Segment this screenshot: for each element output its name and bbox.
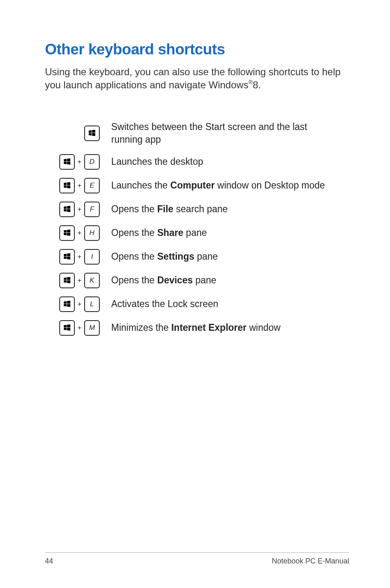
- letter-key: L: [84, 296, 100, 312]
- svg-marker-17: [67, 229, 70, 232]
- shortcut-description: Launches the desktop: [111, 150, 340, 174]
- desc-text-pre: Launches the: [111, 180, 170, 191]
- svg-marker-32: [64, 325, 67, 327]
- desc-text-pre: Opens the: [111, 275, 157, 285]
- svg-marker-0: [89, 130, 92, 132]
- svg-marker-23: [67, 256, 70, 259]
- desc-text-post: pane: [194, 251, 218, 262]
- desc-text-pre: Opens the: [111, 204, 157, 214]
- shortcut-keys: + F: [50, 197, 111, 221]
- svg-marker-19: [67, 233, 70, 236]
- desc-text: Launches the desktop: [111, 156, 203, 167]
- desc-text-bold: File: [157, 204, 174, 214]
- shortcut-keys: + D: [50, 150, 111, 174]
- svg-marker-28: [64, 301, 67, 303]
- svg-marker-33: [67, 324, 70, 327]
- svg-marker-7: [67, 162, 70, 164]
- shortcut-description: Opens the Settings pane: [111, 245, 340, 269]
- shortcut-keys: + H: [50, 221, 111, 245]
- svg-marker-21: [67, 253, 70, 256]
- shortcut-keys: + M: [50, 316, 111, 340]
- desc-text-bold: Settings: [157, 251, 195, 262]
- shortcut-row: + I Opens the Settings pane: [50, 245, 340, 269]
- letter-key: I: [84, 249, 100, 265]
- shortcut-description: Opens the Devices pane: [111, 269, 340, 292]
- windows-key-icon: [59, 178, 75, 193]
- desc-text-post: pane: [183, 227, 207, 238]
- shortcut-row: Switches between the Start screen and th…: [50, 117, 340, 150]
- svg-marker-12: [64, 206, 67, 209]
- windows-key-icon: [59, 225, 75, 241]
- svg-marker-20: [64, 254, 67, 256]
- desc-text-post: window on Desktop mode: [215, 180, 325, 191]
- plus-separator: +: [78, 205, 82, 213]
- svg-marker-8: [64, 182, 67, 185]
- svg-marker-1: [92, 130, 95, 132]
- shortcut-row: + H Opens the Share pane: [50, 221, 340, 245]
- svg-marker-5: [67, 158, 70, 161]
- plus-separator: +: [78, 182, 82, 190]
- letter-key: H: [84, 225, 100, 241]
- desc-text-bold: Internet Explorer: [171, 322, 247, 333]
- footer-title: Notebook PC E-Manual: [272, 557, 349, 566]
- plus-separator: +: [78, 324, 82, 332]
- shortcut-description: Launches the Computer window on Desktop …: [111, 174, 340, 197]
- svg-marker-2: [89, 133, 92, 135]
- shortcut-row: + L Activates the Lock screen: [50, 292, 340, 316]
- letter-key: M: [84, 320, 100, 336]
- svg-marker-29: [67, 301, 70, 303]
- shortcut-keys: [50, 117, 111, 150]
- svg-marker-35: [67, 328, 70, 330]
- windows-key-icon: [59, 202, 75, 217]
- page-number: 44: [45, 557, 53, 566]
- svg-marker-3: [92, 133, 95, 136]
- shortcut-table: Switches between the Start screen and th…: [50, 117, 340, 340]
- svg-marker-11: [67, 185, 70, 188]
- desc-text: Activates the Lock screen: [111, 298, 218, 309]
- svg-marker-4: [64, 159, 67, 161]
- svg-marker-34: [64, 328, 67, 330]
- page-heading: Other keyboard shortcuts: [45, 41, 349, 58]
- svg-marker-15: [67, 209, 70, 212]
- svg-marker-26: [64, 280, 67, 283]
- shortcut-description: Switches between the Start screen and th…: [111, 117, 340, 150]
- shortcut-description: Opens the File search pane: [111, 197, 340, 221]
- shortcut-description: Activates the Lock screen: [111, 292, 340, 316]
- shortcut-row: + D Launches the desktop: [50, 150, 340, 174]
- svg-marker-18: [64, 233, 67, 235]
- windows-key-icon: [59, 249, 75, 265]
- shortcut-row: + F Opens the File search pane: [50, 197, 340, 221]
- plus-separator: +: [78, 276, 82, 285]
- windows-key-icon: [59, 273, 75, 288]
- windows-key-icon: [59, 296, 75, 312]
- windows-key-icon: [59, 320, 75, 336]
- plus-separator: +: [78, 300, 82, 308]
- shortcut-keys: + I: [50, 245, 111, 269]
- svg-marker-22: [64, 256, 67, 259]
- shortcut-row: + M Minimizes the Internet Explorer wind…: [50, 316, 340, 340]
- shortcut-description: Opens the Share pane: [111, 221, 340, 245]
- plus-separator: +: [78, 158, 82, 166]
- svg-marker-27: [67, 280, 70, 283]
- intro-text-post: 8.: [253, 79, 261, 90]
- svg-marker-9: [67, 182, 70, 185]
- svg-marker-14: [64, 209, 67, 211]
- windows-key-icon: [84, 126, 100, 141]
- plus-separator: +: [78, 229, 82, 237]
- shortcut-keys: + E: [50, 174, 111, 197]
- letter-key: F: [84, 202, 100, 217]
- letter-key: D: [84, 154, 100, 170]
- svg-marker-30: [64, 304, 67, 306]
- desc-text-pre: Opens the: [111, 251, 157, 262]
- shortcut-keys: + K: [50, 269, 111, 292]
- shortcut-description: Minimizes the Internet Explorer window: [111, 316, 340, 340]
- registered-symbol: ®: [249, 79, 253, 85]
- intro-text-pre: Using the keyboard, you can also use the…: [45, 66, 341, 90]
- footer-divider: [45, 552, 349, 553]
- svg-marker-13: [67, 206, 70, 209]
- shortcut-keys: + L: [50, 292, 111, 316]
- desc-text-post: pane: [193, 275, 217, 285]
- desc-text-pre: Minimizes the: [111, 322, 171, 333]
- letter-key: K: [84, 273, 100, 288]
- shortcut-row: + K Opens the Devices pane: [50, 269, 340, 292]
